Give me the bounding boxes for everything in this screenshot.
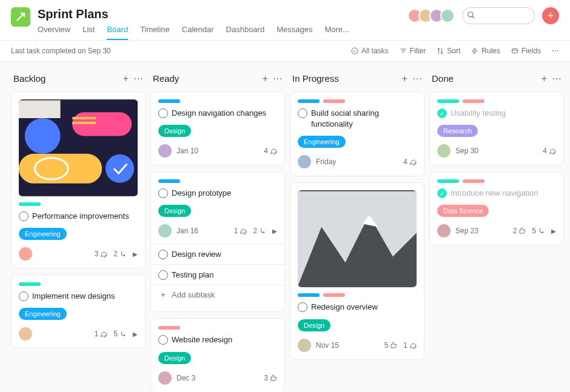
assignee-avatar[interactable] [158, 371, 172, 385]
assignee-avatar[interactable] [158, 224, 172, 238]
comment-icon [100, 250, 107, 257]
subtask-item[interactable]: Design review [151, 244, 284, 265]
tab-timeline[interactable]: Timeline [140, 25, 170, 40]
add-subtask-button[interactable]: +Add subtask [151, 285, 284, 304]
complete-task-check[interactable] [158, 188, 168, 198]
tab-overview[interactable]: Overview [38, 25, 70, 40]
card-color-pills [437, 99, 556, 103]
tag-design[interactable]: Design [158, 125, 191, 137]
task-card[interactable]: ✓ Usability testing Research Sep 30 4 [429, 91, 564, 165]
card-title: Redesign overview [311, 302, 378, 313]
svg-rect-2 [512, 49, 517, 53]
card-color-pills [437, 179, 556, 183]
task-card[interactable]: Build social sharing functionality Engin… [290, 91, 424, 176]
comments-count[interactable]: 1 [234, 227, 247, 235]
expand-icon[interactable]: ▶ [133, 251, 138, 257]
rules-button[interactable]: Rules [471, 47, 500, 55]
complete-task-check[interactable] [298, 108, 307, 118]
task-card[interactable]: Implement new designs Engineering 1 5 ▶ [11, 274, 146, 348]
add-card-button[interactable]: + [402, 73, 407, 84]
add-card-button[interactable]: + [123, 73, 129, 84]
complete-task-check[interactable] [158, 335, 168, 345]
due-date: Sep 23 [455, 227, 478, 235]
sort-button[interactable]: Sort [437, 47, 460, 55]
tab-board[interactable]: Board [107, 25, 128, 40]
likes-count[interactable]: 5 [384, 341, 398, 350]
add-card-button[interactable]: + [542, 73, 547, 84]
tag-research[interactable]: Research [437, 125, 478, 137]
card-title: Introduce new navigation [451, 188, 538, 199]
subtasks-count[interactable]: 5 [113, 330, 127, 338]
tab-messages[interactable]: Messages [277, 25, 312, 40]
complete-task-check[interactable]: ✓ [437, 108, 447, 118]
comments-count[interactable]: 3 [95, 250, 108, 258]
complete-task-check[interactable] [19, 291, 29, 301]
complete-task-check[interactable]: ✓ [437, 188, 447, 198]
expand-icon[interactable]: ▶ [133, 331, 138, 337]
add-card-button[interactable]: + [263, 73, 268, 84]
task-card[interactable]: Redesign overview Design Nov 15 5 1 [290, 182, 424, 359]
fields-button[interactable]: Fields [511, 47, 541, 55]
comments-count[interactable]: 4 [264, 147, 277, 155]
subtasks-count[interactable]: 2 [113, 250, 127, 258]
all-tasks-filter[interactable]: All tasks [351, 47, 389, 55]
svg-rect-6 [72, 117, 96, 119]
comments-count[interactable]: 4 [403, 158, 417, 166]
member-avatars[interactable] [407, 8, 455, 23]
tag-datascience[interactable]: Data Science [437, 205, 489, 217]
column-menu-button[interactable]: ⋯ [412, 73, 422, 84]
likes-count[interactable]: 3 [264, 374, 277, 382]
comments-count[interactable]: 4 [543, 147, 556, 155]
tag-design[interactable]: Design [158, 205, 191, 217]
assignee-avatar[interactable] [19, 247, 32, 261]
column-menu-button[interactable]: ⋯ [273, 73, 283, 84]
comments-count[interactable]: 1 [95, 330, 108, 338]
assignee-avatar[interactable] [437, 224, 451, 238]
card-title: Implement new designs [32, 291, 115, 302]
tag-engineering[interactable]: Engineering [298, 136, 346, 148]
subtasks-count[interactable]: 2 [253, 227, 266, 235]
tab-list[interactable]: List [82, 25, 95, 40]
subtask-title: Testing plan [172, 270, 213, 279]
complete-task-check[interactable] [158, 108, 168, 118]
task-card[interactable]: Design navigation changes Design Jan 10 … [150, 91, 285, 165]
likes-count[interactable]: 2 [513, 227, 526, 235]
tab-more[interactable]: More... [324, 25, 349, 40]
task-card[interactable]: Website redesign Design Dec 3 3 [150, 318, 285, 392]
tag-engineering[interactable]: Engineering [19, 228, 67, 240]
expand-icon[interactable]: ▶ [551, 228, 556, 234]
assignee-avatar[interactable] [19, 327, 32, 341]
complete-task-check[interactable] [19, 211, 29, 221]
page-title: Sprint Plans [38, 7, 109, 21]
more-toolbar-button[interactable]: ⋯ [552, 47, 559, 55]
card-title: Design navigation changes [172, 108, 266, 119]
assignee-avatar[interactable] [298, 155, 311, 168]
assignee-avatar[interactable] [298, 339, 311, 352]
due-date: Dec 3 [176, 374, 195, 382]
subtasks-count[interactable]: 5 [532, 227, 545, 235]
tab-dashboard[interactable]: Dashboard [226, 25, 265, 40]
tab-calendar[interactable]: Calendar [182, 25, 214, 40]
subtask-item[interactable]: Testing plan [151, 265, 284, 285]
complete-subtask-check[interactable] [158, 270, 168, 280]
comments-count[interactable]: 1 [403, 341, 417, 350]
column-title: Done [432, 73, 537, 84]
assignee-avatar[interactable] [437, 144, 451, 158]
task-card[interactable]: ✓ Introduce new navigation Data Science … [429, 171, 564, 245]
filter-button[interactable]: Filter [400, 47, 426, 55]
svg-point-4 [25, 118, 61, 154]
task-card[interactable]: Performance improvements Engineering 3 2… [11, 91, 146, 268]
task-card[interactable]: Design prototype Design Jan 16 1 2 ▶Desi… [150, 171, 285, 312]
complete-subtask-check[interactable] [158, 250, 168, 259]
complete-task-check[interactable] [298, 302, 307, 312]
lightning-icon [471, 47, 478, 55]
expand-icon[interactable]: ▶ [272, 228, 277, 234]
project-icon[interactable] [11, 7, 30, 27]
column-menu-button[interactable]: ⋯ [552, 73, 562, 84]
assignee-avatar[interactable] [158, 144, 172, 158]
tag-design[interactable]: Design [298, 319, 330, 331]
column-menu-button[interactable]: ⋯ [133, 73, 143, 84]
tag-design[interactable]: Design [158, 352, 191, 364]
tag-engineering[interactable]: Engineering [19, 308, 67, 320]
add-button[interactable]: + [542, 7, 559, 24]
